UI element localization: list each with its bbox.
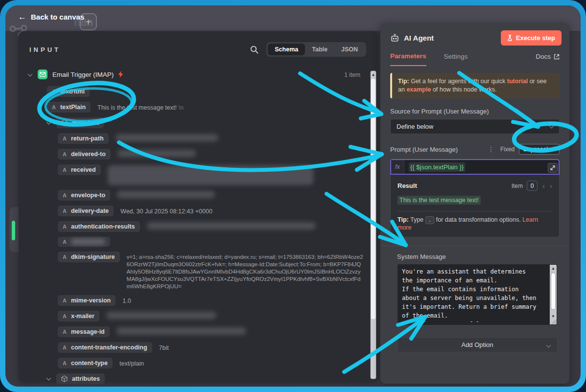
- tutorial-link[interactable]: tutorial: [507, 78, 528, 85]
- string-type-icon: A: [63, 298, 67, 303]
- tip-banner-text3: of how this node works.: [431, 86, 496, 93]
- back-to-canvas-button[interactable]: ← Back to canvas: [15, 12, 87, 22]
- search-icon[interactable]: [250, 46, 258, 54]
- prompt-expression-input[interactable]: {{ $json.textPlain }}: [404, 160, 559, 174]
- key-label: delivered-to: [71, 151, 106, 158]
- item-next-icon[interactable]: ›: [550, 182, 552, 190]
- back-to-canvas-label: Back to canvas: [31, 13, 84, 21]
- kebab-menu-icon[interactable]: ⋮: [488, 145, 494, 153]
- key-label: content-transfer-encoding: [71, 344, 147, 351]
- string-type-icon: A: [63, 151, 67, 157]
- string-key-badge[interactable]: Adelivery-date: [58, 206, 114, 216]
- dot-keycap: .: [425, 216, 435, 224]
- schema-root-row[interactable]: Email Trigger (IMAP): [28, 69, 363, 79]
- example-link[interactable]: example: [406, 86, 431, 93]
- string-key-badge[interactable]: Areceived: [58, 164, 101, 175]
- source-for-prompt-value: Define below: [397, 123, 433, 130]
- view-mode-switcher: Schema Table JSON: [266, 42, 366, 57]
- key-label: authentication-results: [71, 223, 135, 230]
- expression-value: {{ $json.textPlain }}: [409, 162, 465, 172]
- add-option-label: Add Option: [461, 341, 493, 348]
- key-label: textPlain: [60, 104, 86, 111]
- tip-banner-text: Get a feel for agents with our quick: [409, 78, 507, 85]
- redacted-value: [117, 327, 246, 335]
- schema-tree: Email Trigger (IMAP) AtextHtmlAtextPlain…: [19, 57, 378, 384]
- key-label: received: [71, 166, 96, 173]
- docs-link[interactable]: Docs: [536, 53, 560, 66]
- system-message-textarea[interactable]: You're an assistant that determines the …: [397, 264, 558, 325]
- key-label: x-mailer: [71, 313, 94, 320]
- expand-expression-icon[interactable]: [548, 163, 558, 173]
- view-tab-json[interactable]: JSON: [334, 44, 365, 55]
- system-message-text: You're an assistant that determines the …: [402, 267, 546, 322]
- expression-result-panel: Result Item 0 ‹ › This is the test messa…: [390, 175, 560, 237]
- string-key-badge[interactable]: AtextPlain: [47, 102, 91, 113]
- expression-result-value: This is the test message text!: [398, 196, 552, 204]
- scroll-down-icon[interactable]: ▼: [550, 314, 557, 319]
- string-type-icon: A: [63, 254, 67, 260]
- source-for-prompt-select[interactable]: Define below: [390, 119, 560, 134]
- add-node-button[interactable]: +: [80, 13, 97, 30]
- input-panel-scrollbar[interactable]: ▲: [370, 70, 376, 379]
- string-type-icon: A: [63, 329, 67, 335]
- string-key-badge[interactable]: Adelivered-to: [58, 149, 111, 160]
- chevron-down-icon[interactable]: [28, 71, 33, 76]
- string-type-icon: A: [52, 89, 56, 94]
- string-key-badge[interactable]: Ax-mailer: [58, 311, 99, 322]
- trigger-node-indicator: [12, 221, 15, 240]
- key-label: dkim-signature: [71, 254, 115, 260]
- resize-grip-icon[interactable]: [552, 320, 557, 324]
- chevron-down-icon: [546, 343, 551, 348]
- execute-step-button[interactable]: Execute step: [501, 30, 562, 46]
- string-key-badge[interactable]: Adkim-signature: [58, 252, 120, 262]
- item-prev-icon[interactable]: ‹: [542, 182, 545, 190]
- add-option-button[interactable]: Add Option: [397, 337, 558, 352]
- fx-icon: fx: [391, 160, 404, 174]
- scroll-up-icon[interactable]: ▲: [371, 72, 376, 78]
- object-type-icon: [61, 119, 68, 126]
- string-key-badge[interactable]: Acontent-transfer-encoding: [58, 342, 152, 353]
- string-type-icon: A: [63, 360, 67, 366]
- object-key-badge[interactable]: metadata: [56, 117, 104, 128]
- schema-row-content-type: Acontent-typetext/plain: [58, 358, 363, 369]
- tip-text: Type: [409, 216, 425, 223]
- string-type-icon: A: [63, 192, 67, 198]
- string-type-icon: A: [63, 224, 67, 230]
- value-label: 1.0: [122, 298, 131, 304]
- string-key-badge[interactable]: Acontent-type: [58, 358, 113, 369]
- prompt-expression-editor[interactable]: fx {{ $json.textPlain }}: [390, 159, 560, 175]
- string-key-badge[interactable]: Amime-version: [58, 295, 116, 306]
- string-key-badge[interactable]: AtextHtml: [47, 86, 90, 97]
- tab-settings[interactable]: Settings: [444, 53, 468, 66]
- scroll-up-icon[interactable]: ▲: [550, 266, 557, 271]
- redacted-value: [116, 134, 218, 141]
- string-type-icon: A: [52, 104, 56, 110]
- view-tab-table[interactable]: Table: [305, 44, 334, 55]
- string-key-badge[interactable]: Areturn-path: [58, 133, 109, 144]
- schema-row-textPlain: AtextPlainThis is the test message text!…: [47, 102, 363, 113]
- scrollbar-thumb[interactable]: [371, 79, 375, 319]
- transformation-tip: Tip: Type . for data transformation opti…: [398, 211, 552, 237]
- fixed-toggle[interactable]: Fixed: [500, 146, 515, 153]
- scrollbar-thumb[interactable]: [551, 273, 556, 310]
- system-message-scrollbar[interactable]: ▲ ▼: [550, 265, 557, 324]
- string-key-badge[interactable]: Amessage-id: [58, 326, 110, 337]
- chevron-down-icon[interactable]: [47, 120, 51, 125]
- string-key-badge[interactable]: Aauthentication-results: [58, 221, 140, 232]
- input-panel-title: INPUT: [29, 46, 61, 53]
- item-label: Item: [512, 183, 523, 189]
- prompt-label: Prompt (User Message): [390, 146, 488, 153]
- key-label: envelope-to: [71, 192, 105, 199]
- newline-literal: \n: [177, 104, 184, 111]
- tab-parameters[interactable]: Parameters: [390, 52, 426, 66]
- schema-row-redacted: A: [58, 237, 363, 247]
- view-tab-schema[interactable]: Schema: [268, 44, 305, 55]
- robot-icon: [390, 34, 399, 42]
- object-key-badge[interactable]: attributes: [56, 373, 105, 384]
- expression-toggle[interactable]: Expression: [519, 144, 560, 155]
- chevron-down-icon[interactable]: [47, 376, 51, 381]
- string-key-badge[interactable]: Aenvelope-to: [58, 190, 110, 201]
- item-index-box: 0: [527, 181, 538, 191]
- trigger-bolt-icon: [118, 71, 123, 78]
- string-key-badge[interactable]: A: [58, 237, 110, 247]
